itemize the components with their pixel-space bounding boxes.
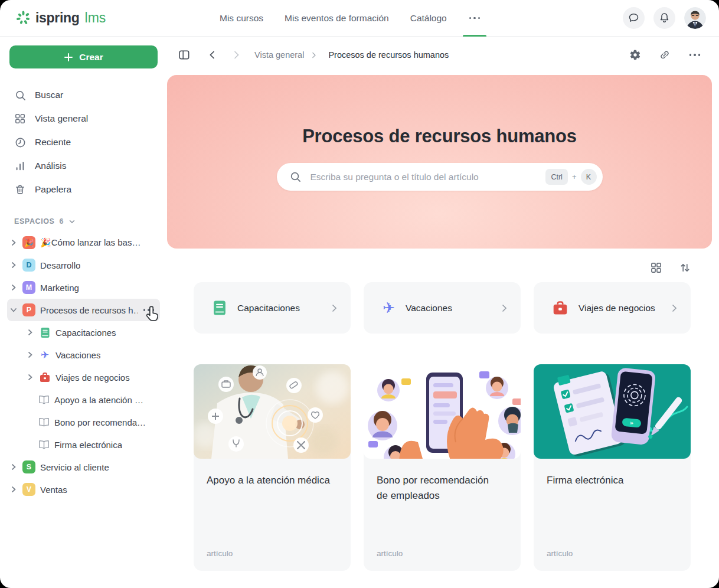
article-type-label: artículo bbox=[194, 549, 351, 571]
article-type-label: artículo bbox=[534, 549, 691, 571]
space-label: Desarrollo bbox=[40, 260, 80, 270]
bell-icon bbox=[658, 12, 671, 24]
nav-mis-eventos[interactable]: Mis eventos de formación bbox=[285, 0, 389, 36]
article-search-bar[interactable]: Ctrl + K bbox=[277, 163, 603, 191]
sidebar-item-papelera[interactable]: Papelera bbox=[0, 178, 167, 201]
sidebar-item-vista-general[interactable]: Vista general bbox=[0, 107, 167, 130]
more-actions-button[interactable] bbox=[688, 54, 702, 56]
svg-text:»: » bbox=[629, 419, 634, 427]
space-marketing[interactable]: M Marketing bbox=[7, 276, 160, 299]
space-label: Apoyo a la atención … bbox=[54, 395, 143, 405]
briefcase-icon bbox=[553, 301, 568, 315]
search-icon bbox=[14, 90, 26, 101]
breadcrumb-parent[interactable]: Vista general bbox=[254, 50, 304, 60]
article-firma[interactable]: Firma electrónica bbox=[7, 433, 160, 456]
messages-button[interactable] bbox=[623, 7, 645, 29]
space-label: Ventas bbox=[40, 485, 67, 495]
category-label: Vacaciones bbox=[406, 302, 489, 315]
article-title: Apoyo a la atención médica bbox=[194, 459, 351, 488]
trash-icon bbox=[14, 184, 26, 195]
spaces-section-header[interactable]: ESPACIOS 6 bbox=[14, 217, 153, 226]
space-desarrollo[interactable]: D Desarrollo bbox=[7, 254, 160, 276]
kbd-k: K bbox=[581, 169, 597, 185]
space-label: Viajes de negocios bbox=[55, 373, 130, 383]
category-card-vacaciones[interactable]: ✈ Vacaciones bbox=[364, 282, 521, 334]
subspace-capacitaciones[interactable]: Capacitaciones bbox=[7, 321, 160, 344]
breadcrumb-bar: Vista general Procesos de recursos human… bbox=[167, 37, 719, 73]
create-button[interactable]: Crear bbox=[9, 45, 158, 68]
plus-icon bbox=[64, 53, 73, 62]
space-como-lanzar[interactable]: 🎉 🎉Cómo lanzar las bas… bbox=[7, 231, 160, 254]
book-icon bbox=[39, 327, 51, 338]
article-card-apoyo-medica[interactable]: Apoyo a la atención médica artículo bbox=[194, 364, 351, 571]
open-book-icon bbox=[38, 440, 50, 449]
space-badge: P bbox=[22, 303, 35, 316]
sidebar-item-label: Papelera bbox=[35, 184, 71, 195]
chevron-right-icon bbox=[329, 303, 339, 313]
space-more-button[interactable] bbox=[142, 309, 156, 311]
article-image-medical bbox=[194, 364, 351, 459]
article-card-grid: Apoyo a la atención médica artículo bbox=[194, 364, 691, 571]
subspace-vacaciones[interactable]: ✈ Vacaciones bbox=[7, 344, 160, 366]
chevron-right-icon bbox=[9, 283, 18, 292]
forward-button[interactable] bbox=[226, 45, 246, 65]
space-label: Vacaciones bbox=[55, 350, 100, 360]
chevron-right-icon bbox=[499, 303, 509, 313]
chevron-right-icon bbox=[26, 328, 34, 337]
sidebar-item-analisis[interactable]: Análisis bbox=[0, 154, 167, 178]
nav-more[interactable] bbox=[468, 0, 482, 36]
sidebar-item-reciente[interactable]: Reciente bbox=[0, 130, 167, 154]
create-button-label: Crear bbox=[79, 52, 103, 63]
article-title: Firma electrónica bbox=[534, 459, 691, 488]
sort-button[interactable] bbox=[679, 262, 691, 273]
main-content: Vista general Procesos de recursos human… bbox=[167, 37, 719, 588]
nav-catalogo[interactable]: Catálogo bbox=[410, 0, 447, 36]
sidebar-item-label: Buscar bbox=[35, 90, 63, 100]
chevron-right-icon bbox=[9, 239, 18, 247]
category-card-viajes[interactable]: Viajes de negocios bbox=[534, 282, 691, 334]
article-image-referral bbox=[364, 364, 521, 459]
search-input[interactable] bbox=[309, 171, 546, 183]
article-apoyo-atencion[interactable]: Apoyo a la atención … bbox=[7, 388, 160, 411]
notifications-button[interactable] bbox=[653, 7, 675, 29]
article-card-bono[interactable]: Bono por recomendación de empleados artí… bbox=[364, 364, 521, 571]
page-title: Procesos de recursos humanos bbox=[167, 75, 712, 147]
kbd-ctrl: Ctrl bbox=[545, 169, 567, 185]
plane-icon: ✈ bbox=[39, 350, 51, 360]
space-label: 🎉Cómo lanzar las bas… bbox=[40, 237, 140, 248]
user-avatar[interactable] bbox=[684, 7, 706, 29]
space-servicio-cliente[interactable]: S Servicio al cliente bbox=[7, 456, 160, 478]
space-ventas[interactable]: V Ventas bbox=[7, 478, 160, 501]
subspace-viajes[interactable]: Viajes de negocios bbox=[7, 366, 160, 388]
category-card-row: Capacitaciones ✈ Vacaciones bbox=[194, 282, 691, 334]
grid-view-button[interactable] bbox=[651, 262, 662, 273]
ispring-logo[interactable]: ispring lms bbox=[15, 10, 106, 26]
sidebar-item-buscar[interactable]: Buscar bbox=[0, 83, 167, 107]
briefcase-icon bbox=[39, 373, 51, 383]
back-button[interactable] bbox=[202, 45, 223, 65]
chevron-down-icon bbox=[68, 218, 76, 225]
kbd-plus: + bbox=[572, 172, 577, 181]
space-badge: S bbox=[22, 460, 35, 473]
chevron-right-icon bbox=[9, 261, 18, 269]
main-navigation: Mis cursos Mis eventos de formación Catá… bbox=[220, 0, 481, 36]
sidebar-item-label: Vista general bbox=[35, 113, 88, 124]
space-label: Capacitaciones bbox=[55, 328, 116, 338]
more-icon bbox=[468, 17, 482, 19]
settings-button[interactable] bbox=[629, 49, 641, 61]
breadcrumb-current: Procesos de recursos humanos bbox=[328, 50, 449, 60]
article-card-firma[interactable]: » Firma electrónica artículo bbox=[534, 364, 691, 571]
space-procesos-rrhh[interactable]: P Procesos de recursos h… bbox=[7, 299, 160, 321]
plane-icon: ✈ bbox=[383, 300, 395, 315]
chevron-right-icon bbox=[26, 351, 34, 359]
category-label: Capacitaciones bbox=[237, 302, 319, 315]
article-bono[interactable]: Bono por recomenda… bbox=[7, 411, 160, 433]
ispring-burst-icon bbox=[15, 10, 31, 26]
chevron-right-icon bbox=[26, 373, 34, 381]
category-card-capacitaciones[interactable]: Capacitaciones bbox=[194, 282, 351, 334]
nav-mis-cursos[interactable]: Mis cursos bbox=[220, 0, 263, 36]
sidebar-toggle-button[interactable] bbox=[174, 45, 194, 65]
copy-link-button[interactable] bbox=[659, 49, 671, 61]
category-label: Viajes de negocios bbox=[579, 302, 659, 315]
top-header: ispring lms Mis cursos Mis eventos de fo… bbox=[0, 0, 719, 37]
